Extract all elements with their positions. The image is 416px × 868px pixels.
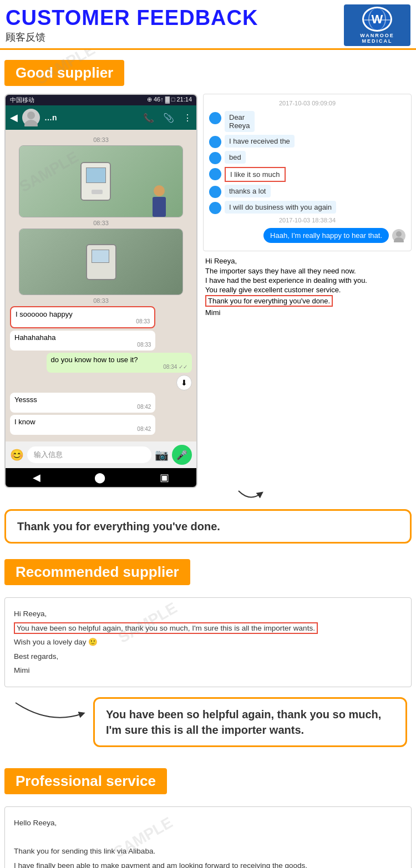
wa-contact-name: …n xyxy=(44,113,57,122)
wa-menu-icon[interactable]: ⋮ xyxy=(183,113,192,123)
chat-dot-4 xyxy=(209,168,221,180)
prof-section-content: SAMPLE Hello Reeya, Thank you for sendin… xyxy=(0,806,416,868)
chat-reply-bubble: Haah, I'm really happy to hear that. xyxy=(263,228,389,243)
wa-actions: 📞 📎 ⋮ xyxy=(143,113,192,123)
chat-bubble-6: I will do business with you again xyxy=(225,201,336,214)
letter-2-sig2: Mimi xyxy=(14,664,402,677)
wa-emoji-icon[interactable]: 😊 xyxy=(10,448,24,461)
letter-line-1: The importer says they have all they nee… xyxy=(203,266,412,276)
chat-bubbles-box: 2017-10-03 09:09:09 DearReeya I have rec… xyxy=(203,94,412,251)
good-supplier-section: Good supplier 中国移动 ⊕ 46↑ ▓ □ 21:14 ◀ …n xyxy=(0,50,416,549)
chat-row-1: DearReeya xyxy=(209,111,405,132)
page-subtitle: 顾客反馈 xyxy=(6,31,258,44)
wa-time-1: 08:33 xyxy=(10,136,192,143)
wa-msg-sent-text-1: do you know how to use it? xyxy=(51,356,138,364)
chat-row-2: I have received the xyxy=(209,135,405,148)
wa-msg-text-2: Hahahahaha xyxy=(14,333,55,342)
company-logo: W WANROOE MEDICAL xyxy=(344,4,410,46)
wa-send-button[interactable]: 🎤 xyxy=(172,445,192,465)
wa-camera-icon[interactable]: 📷 xyxy=(155,448,169,461)
rec-section-content: SAMPLE Hi Reeya, You have been so helpfu… xyxy=(0,597,416,758)
svg-point-3 xyxy=(394,237,404,242)
callout-text-1: Thank you for everything you've done. xyxy=(17,520,220,532)
letter-line-2: I have had the best experience in dealin… xyxy=(203,276,412,285)
arrow-indicator-1 xyxy=(233,488,416,507)
wa-msg-sent-time-1: 08:34 ✓✓ xyxy=(51,364,187,370)
callout-2-area: You have been so helpful again, thank yo… xyxy=(4,692,412,753)
letter-2-highlight-line: You have been so helpful again, thank yo… xyxy=(14,622,402,634)
wa-icons: ⊕ 46↑ ▓ □ 21:14 xyxy=(147,96,192,104)
chat-reply-row: Haah, I'm really happy to hear that. xyxy=(209,228,405,243)
wa-msg-text-3: Yessss xyxy=(14,395,37,404)
callout-text-2: You have been so helpful again, thank yo… xyxy=(106,708,381,736)
svg-point-2 xyxy=(396,231,402,237)
reply-avatar xyxy=(392,229,405,242)
good-supplier-label-wrapper: Good supplier xyxy=(0,50,416,94)
chat-dot-5 xyxy=(209,186,221,198)
whatsapp-column: 中国移动 ⊕ 46↑ ▓ □ 21:14 ◀ …n 📞 📎 ⋮ xyxy=(4,94,197,488)
wa-nav: ◀ ⬤ ▣ xyxy=(6,468,196,487)
chat-reply-text: Haah, I'm really happy to hear that. xyxy=(270,231,382,240)
letter-3-box: Hello Reeya, Thank you for sending this … xyxy=(4,806,412,868)
whatsapp-mockup: 中国移动 ⊕ 46↑ ▓ □ 21:14 ◀ …n 📞 📎 ⋮ xyxy=(4,94,197,488)
chat-dot-6 xyxy=(209,202,221,214)
wa-scroll-btn[interactable]: ⬇ xyxy=(10,375,192,390)
reply-timestamp: 2017-10-03 18:38:34 xyxy=(209,217,405,224)
chat-bubble-2: I have received the xyxy=(225,135,295,148)
chat-dot-2 xyxy=(209,136,221,148)
wa-home-nav-icon[interactable]: ⬤ xyxy=(94,471,105,484)
good-supplier-content: 中国移动 ⊕ 46↑ ▓ □ 21:14 ◀ …n 📞 📎 ⋮ xyxy=(0,94,416,488)
chat-row-3: bed xyxy=(209,151,405,164)
wa-body: SAMPLE 08:33 xyxy=(6,130,196,441)
professional-service-label: Professional service xyxy=(4,768,167,794)
chat-row-6: I will do business with you again xyxy=(209,201,405,214)
right-column: 2017-10-03 09:09:09 DearReeya I have rec… xyxy=(203,94,412,488)
wa-header: ◀ …n 📞 📎 ⋮ xyxy=(6,105,196,130)
wa-attach-icon[interactable]: 📎 xyxy=(163,113,174,123)
letter-greeting-1: Hi Reeya, xyxy=(203,256,412,266)
wa-back-nav-icon[interactable]: ◀ xyxy=(33,471,40,484)
letter-3-line-2: I have finally been able to make payment… xyxy=(14,860,402,868)
recommended-supplier-section: Recommended supplier SAMPLE Hi Reeya, Yo… xyxy=(0,549,416,758)
wa-call-icon[interactable]: 📞 xyxy=(143,113,154,123)
wa-image-2 xyxy=(19,229,182,295)
wa-square-nav-icon[interactable]: ▣ xyxy=(160,471,169,484)
page-header: CUSTOMER FEEDBACK 顾客反馈 W WANROOE MEDICAL xyxy=(0,0,416,50)
wa-msg-text-1: I soooooo happyy xyxy=(16,310,73,318)
wa-msg-time-3: 08:42 xyxy=(14,404,151,410)
wa-msg-2: Hahahahaha 08:33 xyxy=(10,331,155,351)
wa-time-3: 08:33 xyxy=(10,297,192,304)
letter-2-box: Hi Reeya, You have been so helpful again… xyxy=(4,597,412,687)
callout-box-2: You have been so helpful again, thank yo… xyxy=(93,697,407,747)
logo-globe-icon: W xyxy=(362,7,392,32)
arrow-2-area xyxy=(4,692,93,733)
letter-line-4: Thank you for everything you've done. xyxy=(203,295,412,307)
wa-footer: 😊 输入信息 📷 🎤 xyxy=(6,441,196,468)
wa-input[interactable]: 输入信息 xyxy=(27,446,151,463)
letter-2-line2: Wish you a lovely day 🙂 xyxy=(14,636,402,648)
wa-back-icon[interactable]: ◀ xyxy=(10,111,18,124)
letter-1-wrapper: SAMPLE Hi Reeya, The importer says they … xyxy=(203,256,412,318)
chat-timestamp: 2017-10-03 09:09:09 xyxy=(209,100,405,106)
letter-2-greeting: Hi Reeya, xyxy=(14,608,402,620)
chat-bubble-5: thanks a lot xyxy=(225,185,271,197)
wa-contact-info: …n xyxy=(44,113,57,122)
wa-contact-avatar xyxy=(22,109,40,126)
wa-msg-time-2: 08:33 xyxy=(14,342,151,348)
wa-msg-time-4: 08:42 xyxy=(14,426,151,432)
letter-2-container: SAMPLE Hi Reeya, You have been so helpfu… xyxy=(4,597,412,687)
wa-msg-text-4: I know xyxy=(14,418,35,426)
good-supplier-label: Good supplier xyxy=(4,60,124,86)
wa-msg-sent-1: do you know how to use it? 08:34 ✓✓ xyxy=(47,353,192,373)
letter-line-3: You really give excellent customer servi… xyxy=(203,285,412,295)
wa-statusbar: 中国移动 ⊕ 46↑ ▓ □ 21:14 xyxy=(6,95,196,105)
letter-2-sig1: Best regards, xyxy=(14,651,402,663)
letter-signature-1: Mimi xyxy=(203,307,412,318)
chat-dot-3 xyxy=(209,152,221,164)
chat-dot-1 xyxy=(209,112,221,124)
wa-msg-3: Yessss 08:42 xyxy=(10,393,155,413)
wa-msg-1: I soooooo happyy 08:33 xyxy=(10,306,155,328)
wa-time-2: 08:33 xyxy=(10,220,192,226)
wa-msg-time-1: 08:33 xyxy=(16,318,150,324)
wa-msg-4: I know 08:42 xyxy=(10,415,155,435)
